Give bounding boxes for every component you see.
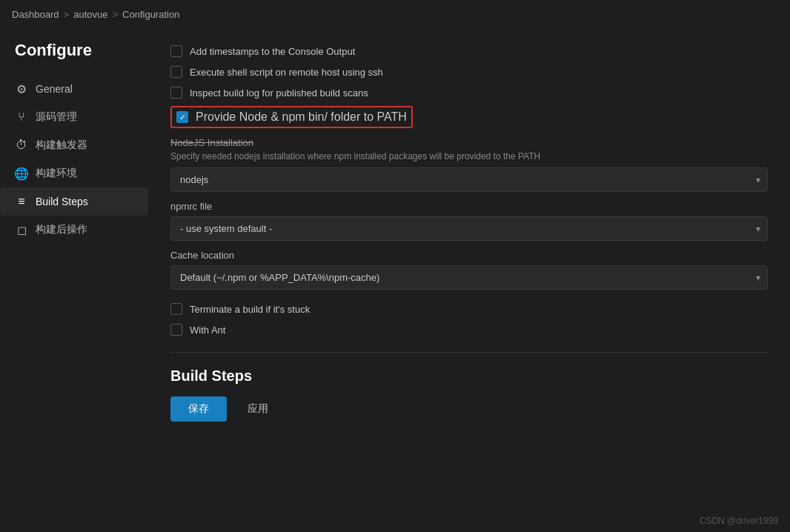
checkbox-ssh[interactable] [170,66,182,78]
watermark: CSDN @driver1999 [700,516,778,526]
main-content: Add timestamps to the Console Output Exe… [148,29,790,531]
nodejs-desc: Specify needed nodejs installation where… [170,151,768,162]
sidebar-item-source[interactable]: ⑂ 源码管理 [0,103,148,131]
sidebar-label-general: General [36,83,73,95]
branch-icon: ⑂ [15,110,28,124]
box-icon: ◻ [15,223,28,236]
sidebar-item-env[interactable]: 🌐 构建环境 [0,159,148,187]
checkbox-row-ant: With Ant [170,319,768,340]
save-button[interactable]: 保存 [170,396,227,422]
sidebar-label-env: 构建环境 [36,167,77,180]
checkbox-timestamps-label: Add timestamps to the Console Output [190,46,355,57]
checkbox-row-terminate: Terminate a build if it's stuck [170,299,768,319]
sidebar-item-buildsteps[interactable]: ≡ Build Steps [0,187,148,216]
footer-buttons: 保存 应用 [170,396,768,422]
checkbox-nodejs-path[interactable] [176,111,188,123]
globe-icon: 🌐 [15,167,28,180]
npmrc-select-wrapper: - use system default - ▾ [170,216,768,241]
checkbox-terminate[interactable] [170,303,182,315]
checkbox-timestamps[interactable] [170,45,182,57]
sidebar-item-trigger[interactable]: ⏱ 构建触发器 [0,131,148,159]
sidebar-item-general[interactable]: ⚙ General [0,75,148,103]
nodejs-installation-label: NodeJS Installation [170,137,768,148]
cache-select-wrapper: Default (~/.npm or %APP_DATA%\npm-cache)… [170,265,768,290]
section-divider [170,352,768,353]
sidebar-label-source: 源码管理 [36,110,77,124]
checkbox-ssh-label: Execute shell script on remote host usin… [190,67,383,78]
checkbox-row-ssh: Execute shell script on remote host usin… [170,61,768,82]
checkbox-inspect-label: Inspect build log for published build sc… [190,87,368,99]
checkbox-inspect[interactable] [170,87,182,99]
clock-icon: ⏱ [15,139,28,152]
checkbox-ant-label: With Ant [190,325,225,336]
cache-select[interactable]: Default (~/.npm or %APP_DATA%\npm-cache) [170,265,768,290]
checkbox-terminate-label: Terminate a build if it's stuck [190,304,310,315]
npmrc-select[interactable]: - use system default - [170,216,768,241]
nodejs-select[interactable]: nodejs [170,167,768,192]
breadcrumb: Dashboard > autovue > Configuration [0,0,790,29]
sidebar-title: Configure [0,41,148,75]
breadcrumb-dashboard[interactable]: Dashboard [12,9,59,20]
breadcrumb-autovue[interactable]: autovue [73,9,107,20]
sidebar-item-postbuild[interactable]: ◻ 构建后操作 [0,216,148,244]
checkbox-row-nodejs-path: Provide Node & npm bin/ folder to PATH [170,106,413,128]
apply-button[interactable]: 应用 [236,396,280,422]
cache-label: Cache location [170,250,768,261]
npmrc-label: npmrc file [170,201,768,212]
main-layout: Configure ⚙ General ⑂ 源码管理 ⏱ 构建触发器 🌐 构建环… [0,29,790,531]
breadcrumb-sep2: > [112,9,118,20]
nodejs-select-wrapper: nodejs ▾ [170,167,768,192]
breadcrumb-configuration: Configuration [122,9,179,20]
checkbox-row-timestamps: Add timestamps to the Console Output [170,41,768,61]
build-steps-heading: Build Steps [170,368,768,385]
highlighted-container: Provide Node & npm bin/ folder to PATH [170,104,768,130]
checkbox-row-inspect: Inspect build log for published build sc… [170,82,768,103]
checkbox-nodejs-path-label: Provide Node & npm bin/ folder to PATH [196,110,407,124]
list-icon: ≡ [15,195,28,208]
breadcrumb-sep1: > [64,9,70,20]
sidebar-label-postbuild: 构建后操作 [36,223,87,236]
sidebar-label-buildsteps: Build Steps [36,196,88,207]
gear-icon: ⚙ [15,82,28,96]
sidebar-label-trigger: 构建触发器 [36,139,87,152]
sidebar: Configure ⚙ General ⑂ 源码管理 ⏱ 构建触发器 🌐 构建环… [0,29,148,531]
checkbox-ant[interactable] [170,324,182,336]
